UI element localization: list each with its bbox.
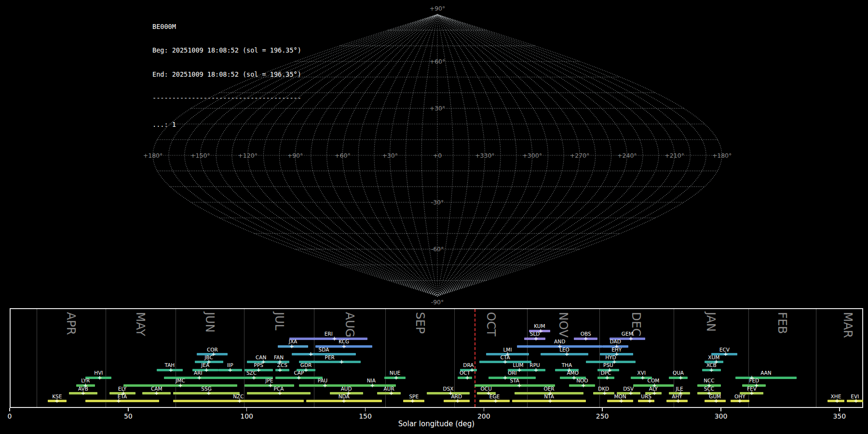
shower-peak-marker: + (238, 397, 242, 405)
shower-peak-marker: + (389, 389, 393, 397)
x-axis-tick-label: 200 (477, 412, 490, 420)
shower-peak-marker: + (854, 397, 858, 405)
month-boundary-line (106, 309, 106, 407)
meteor-radiant-plot: +180°+150°+120°+90°+60°+30°+0+330°+300°+… (0, 0, 868, 434)
month-label: SEP (413, 312, 427, 334)
shower-peak-marker: + (565, 350, 569, 358)
shower-peak-marker: + (81, 389, 85, 397)
shower-peak-marker: + (342, 342, 346, 350)
shower-peak-marker: + (394, 374, 398, 381)
shower-peak-marker: + (534, 366, 538, 374)
x-axis-tick-label: 50 (124, 412, 133, 420)
shower-peak-marker: + (738, 397, 742, 405)
shower-peak-marker: + (517, 381, 521, 389)
x-axis-tick (9, 408, 10, 411)
x-axis-tick (839, 408, 840, 411)
shower-activity-bar (85, 400, 159, 402)
shower-peak-marker: + (456, 397, 460, 405)
x-axis-tick-label: 250 (596, 412, 609, 420)
current-solar-longitude-line (475, 309, 475, 407)
month-label: JUN (203, 312, 217, 333)
shower-peak-marker: + (290, 342, 294, 350)
shower-code-label: GEM (610, 331, 644, 337)
shower-peak-marker: + (465, 374, 469, 381)
x-axis-tick (484, 408, 485, 411)
x-axis-tick-label: 150 (359, 412, 372, 420)
shower-peak-marker: + (155, 389, 159, 397)
x-axis-tick-label: 350 (833, 412, 846, 420)
x-axis-tick (602, 408, 603, 411)
month-label: APR (64, 312, 78, 335)
month-label: JAN (704, 312, 718, 332)
x-axis-title: Solar longitude (deg) (398, 420, 475, 428)
shower-code-label: ORI (495, 370, 529, 376)
x-axis-tick-label: 0 (8, 412, 12, 420)
x-axis-tick-label: 300 (715, 412, 728, 420)
x-axis-tick (365, 408, 366, 411)
month-label: NOV (556, 312, 570, 338)
shower-peak-marker: + (411, 397, 415, 405)
shower-code-label: HYD (594, 354, 627, 360)
shower-code-label: ERI (312, 331, 345, 337)
shower-peak-marker: + (207, 389, 211, 397)
shower-code-label: EVI (838, 393, 868, 399)
shower-code-label: STA (498, 378, 531, 383)
shower-code-label: ETA (106, 393, 139, 399)
shower-code-label: DRA (451, 362, 485, 368)
month-label: MAR (841, 312, 854, 338)
shower-peak-marker: + (709, 366, 713, 374)
shower-peak-marker: + (548, 397, 552, 405)
shower-peak-marker: + (323, 381, 327, 389)
month-boundary-line (37, 309, 37, 407)
shower-peak-marker: + (534, 335, 538, 342)
shower-peak-marker: + (678, 374, 682, 381)
shower-peak-marker: + (605, 374, 609, 381)
shower-peak-marker: + (714, 397, 718, 405)
shower-peak-marker: + (676, 397, 680, 405)
x-axis-tick (720, 408, 721, 411)
shower-peak-marker: + (55, 397, 59, 405)
shower-code-label: URS (629, 393, 663, 399)
shower-peak-marker: + (278, 389, 282, 397)
shower-code-label: AAN (749, 370, 783, 376)
month-boundary-line (816, 309, 816, 407)
shower-activity-timeline: Solar longitude (deg) APRMAYJUNJULAUGSEP… (0, 0, 868, 434)
shower-peak-marker: + (619, 397, 623, 405)
shower-peak-marker: + (178, 381, 182, 389)
month-label: FEB (775, 312, 789, 334)
shower-activity-bar (638, 400, 654, 402)
shower-peak-marker: + (169, 366, 173, 374)
shower-peak-marker: + (297, 374, 301, 381)
x-axis-tick-label: 100 (240, 412, 253, 420)
shower-peak-marker: + (278, 366, 282, 374)
shower-peak-marker: + (648, 397, 651, 405)
shower-peak-marker: + (228, 366, 232, 374)
x-axis-tick (128, 408, 129, 411)
shower-peak-marker: + (197, 374, 201, 381)
shower-peak-marker: + (117, 397, 121, 405)
month-label: OCT (484, 312, 498, 336)
month-label: MAY (134, 312, 147, 336)
shower-peak-marker: + (342, 397, 346, 405)
shower-peak-marker: + (584, 335, 588, 342)
month-label: JUL (272, 312, 286, 330)
shower-peak-marker: + (494, 397, 498, 405)
shower-peak-marker: + (339, 358, 343, 366)
shower-peak-marker: + (582, 381, 585, 389)
x-axis-tick (246, 408, 247, 411)
shower-peak-marker: + (309, 350, 312, 358)
